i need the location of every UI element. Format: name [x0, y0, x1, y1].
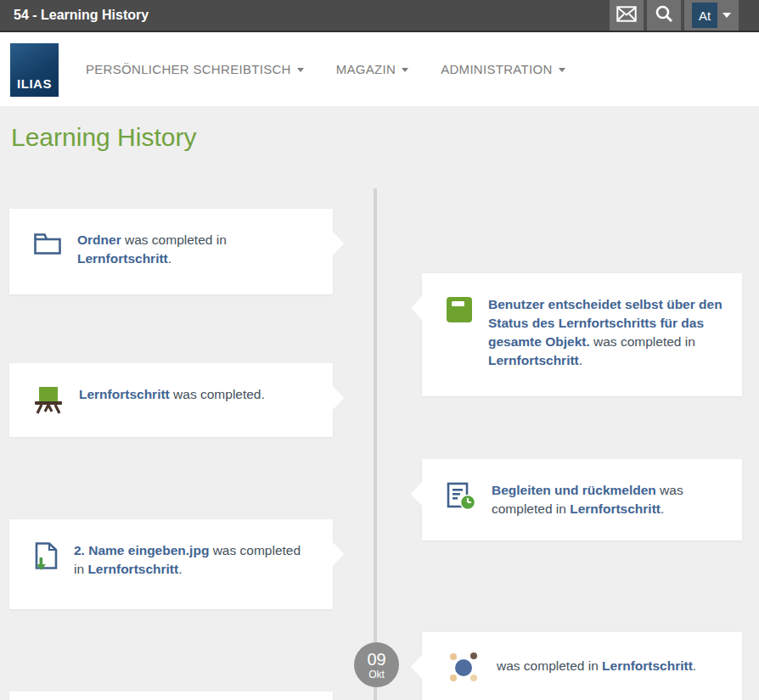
timeline-entry: Benutzer entscheidet selbst über den Sta…	[422, 273, 742, 396]
entry-text-suffix: .	[579, 353, 582, 367]
chevron-down-icon	[722, 13, 731, 18]
card-arrow	[411, 482, 422, 506]
top-bar-actions: At	[610, 0, 739, 31]
timeline-entry: 2. Name eingeben.jpg was completed in Le…	[9, 519, 333, 609]
timeline-date-badge: 09 Okt	[354, 642, 399, 687]
object-link[interactable]: 2. Name eingeben.jpg	[74, 543, 209, 557]
mail-button[interactable]	[610, 0, 644, 31]
search-button[interactable]	[647, 0, 681, 31]
window-title: 54 - Learning History	[14, 8, 149, 23]
container-link[interactable]: Lernfortschritt	[488, 353, 579, 367]
user-menu-button[interactable]: At	[684, 0, 739, 31]
entry-text: Benutzer entscheidet selbst über den Sta…	[488, 295, 723, 370]
chevron-down-icon	[559, 68, 565, 72]
entry-text: 2. Name eingeben.jpg was completed in Le…	[74, 541, 314, 579]
date-day: 09	[367, 651, 385, 668]
card-arrow	[333, 386, 344, 410]
timeline-entry: was completed in Lernfortschritt.	[422, 632, 742, 700]
container-link[interactable]: Lernfortschritt	[87, 562, 178, 576]
entry-text-suffix: .	[661, 501, 664, 516]
entry-text-mid: was completed in	[590, 334, 695, 349]
timeline-entry: Begleiten und rückmelden was completed i…	[422, 459, 742, 540]
date-month: Okt	[368, 669, 385, 680]
nav-personal-desktop[interactable]: PERSÖNLICHER SCHREIBTISCH	[86, 62, 304, 76]
card-arrow	[411, 296, 422, 320]
card-arrow	[333, 542, 344, 566]
card-arrow	[333, 232, 344, 255]
nav-administration[interactable]: ADMINISTRATION	[441, 62, 565, 76]
group-icon	[446, 650, 481, 689]
container-link[interactable]: Lernfortschritt	[602, 658, 693, 673]
chevron-down-icon	[402, 68, 408, 72]
top-bar: 54 - Learning History	[0, 0, 759, 32]
timeline-entry	[9, 692, 333, 700]
ilias-logo[interactable]: ILIAS	[10, 43, 59, 97]
content-area: Learning History Ordner was completed in…	[0, 106, 759, 700]
entry-text: Begleiten und rückmelden was completed i…	[492, 481, 723, 518]
nav-label: PERSÖNLICHER SCHREIBTISCH	[86, 62, 291, 76]
file-icon	[33, 542, 59, 576]
mail-icon	[616, 6, 637, 25]
course-icon	[33, 386, 64, 418]
timeline-entry: Ordner was completed in Lernfortschritt.	[9, 209, 333, 294]
session-icon	[446, 482, 476, 514]
card-arrow	[411, 655, 422, 679]
folder-icon	[33, 232, 62, 259]
nav-magazin[interactable]: MAGAZIN	[336, 62, 408, 76]
main-navigation: PERSÖNLICHER SCHREIBTISCH MAGAZIN ADMINI…	[86, 32, 565, 106]
main-header: ILIAS PERSÖNLICHER SCHREIBTISCH MAGAZIN …	[0, 32, 759, 106]
learning-module-icon	[446, 296, 473, 327]
page-title: Learning History	[11, 123, 196, 152]
chevron-down-icon	[297, 68, 304, 72]
nav-label: ADMINISTRATION	[441, 62, 552, 76]
entry-text-mid: was completed.	[170, 387, 265, 401]
entry-text-mid: was completed in	[497, 658, 602, 673]
object-link[interactable]: Ordner	[77, 232, 121, 247]
entry-text: was completed in Lernfortschritt.	[497, 657, 696, 675]
container-link[interactable]: Lernfortschritt	[570, 501, 661, 516]
timeline-line	[374, 188, 377, 700]
user-avatar: At	[692, 3, 717, 28]
nav-label: MAGAZIN	[336, 62, 396, 76]
entry-text-suffix: .	[178, 562, 182, 576]
timeline-entry: Lernfortschritt was completed.	[9, 363, 333, 437]
search-icon	[655, 4, 673, 26]
entry-text: Lernfortschritt was completed.	[79, 385, 265, 404]
container-link[interactable]: Lernfortschritt	[77, 251, 168, 266]
entry-text-mid: was completed in	[121, 232, 227, 247]
entry-text-suffix: .	[693, 658, 696, 673]
learning-history-page: 54 - Learning History	[0, 0, 759, 700]
entry-text-suffix: .	[168, 251, 171, 266]
entry-text: Ordner was completed in Lernfortschritt.	[77, 231, 314, 268]
object-link[interactable]: Begleiten und rückmelden	[492, 483, 656, 497]
object-link[interactable]: Lernfortschritt	[79, 387, 170, 401]
